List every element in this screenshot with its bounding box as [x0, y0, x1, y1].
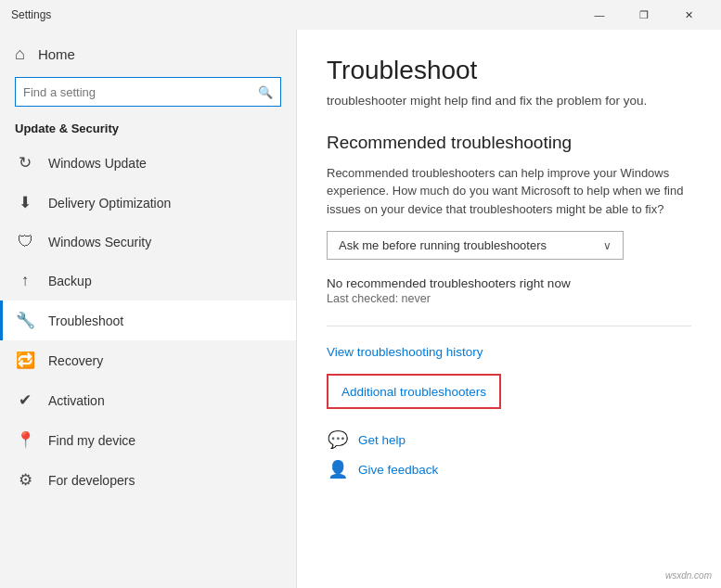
recommended-section-title: Recommended troubleshooting [327, 133, 691, 153]
dropdown-label: Ask me before running troubleshooters [339, 238, 547, 252]
watermark: wsxdn.com [665, 570, 712, 581]
sidebar-item-label: Find my device [48, 433, 135, 448]
give-feedback-icon: 👤 [327, 459, 349, 479]
windows-security-icon: 🛡 [15, 233, 35, 251]
troubleshooter-dropdown[interactable]: Ask me before running troubleshooters ∨ [327, 231, 624, 260]
sidebar-item-troubleshoot[interactable]: 🔧 Troubleshoot [0, 300, 296, 340]
last-checked-text: Last checked: never [327, 292, 691, 305]
recovery-icon: 🔁 [15, 351, 35, 370]
divider [327, 326, 691, 326]
sidebar-item-label: Troubleshoot [48, 313, 123, 328]
find-my-device-icon: 📍 [15, 430, 35, 450]
view-troubleshooting-history-link[interactable]: View troubleshooting history [327, 345, 483, 359]
minimize-button[interactable]: — [578, 0, 621, 30]
page-subtitle: troubleshooter might help find and fix t… [327, 93, 691, 110]
search-input[interactable] [23, 85, 258, 99]
additional-troubleshooters-box: Additional troubleshooters [327, 374, 501, 409]
content-area: Troubleshoot troubleshooter might help f… [297, 30, 721, 588]
maximize-button[interactable]: ❐ [623, 0, 665, 30]
additional-troubleshooters-link[interactable]: Additional troubleshooters [341, 385, 486, 399]
give-feedback-item: 👤 Give feedback [327, 459, 691, 479]
sidebar-item-label: Windows Security [48, 235, 151, 249]
sidebar-item-label: Activation [48, 393, 105, 408]
sidebar-item-label: Windows Update [48, 156, 147, 171]
title-bar-controls: — ❐ ✕ [578, 0, 710, 30]
sidebar-item-activation[interactable]: ✔ Activation [0, 380, 296, 420]
app-body: ⌂ Home 🔍 Update & Security ↻ Windows Upd… [0, 30, 721, 588]
sidebar-item-label: Delivery Optimization [48, 196, 171, 211]
close-button[interactable]: ✕ [667, 0, 710, 30]
sidebar-item-label: Recovery [48, 353, 103, 368]
sidebar-item-backup[interactable]: ↑ Backup [0, 262, 296, 300]
get-help-item: 💬 Get help [327, 429, 691, 450]
sidebar-item-windows-update[interactable]: ↻ Windows Update [0, 143, 296, 183]
sidebar-section-title: Update & Security [0, 118, 296, 143]
title-bar: Settings — ❐ ✕ [0, 0, 721, 30]
sidebar-item-label: For developers [48, 473, 135, 488]
recommended-section-desc: Recommended troubleshooters can help imp… [327, 164, 691, 219]
activation-icon: ✔ [15, 390, 35, 410]
sidebar-item-label: Backup [48, 274, 92, 288]
windows-update-icon: ↻ [15, 153, 35, 173]
sidebar-item-find-my-device[interactable]: 📍 Find my device [0, 420, 296, 460]
sidebar-home[interactable]: ⌂ Home [0, 30, 296, 73]
no-troubleshooters-text: No recommended troubleshooters right now [327, 276, 691, 290]
sidebar-home-label: Home [38, 46, 75, 62]
get-help-link[interactable]: Get help [358, 433, 406, 447]
get-help-icon: 💬 [327, 429, 349, 450]
sidebar-item-windows-security[interactable]: 🛡 Windows Security [0, 223, 296, 262]
for-developers-icon: ⚙ [15, 470, 35, 490]
troubleshoot-icon: 🔧 [15, 311, 35, 330]
backup-icon: ↑ [15, 272, 35, 290]
sidebar-item-delivery-optimization[interactable]: ⬇ Delivery Optimization [0, 183, 296, 223]
page-title: Troubleshoot [327, 56, 691, 85]
sidebar: ⌂ Home 🔍 Update & Security ↻ Windows Upd… [0, 30, 297, 588]
home-icon: ⌂ [15, 45, 25, 64]
search-icon: 🔍 [258, 85, 273, 99]
give-feedback-link[interactable]: Give feedback [358, 463, 438, 477]
delivery-optimization-icon: ⬇ [15, 193, 35, 212]
title-bar-title: Settings [11, 8, 51, 21]
sidebar-item-for-developers[interactable]: ⚙ For developers [0, 460, 296, 500]
chevron-down-icon: ∨ [603, 239, 612, 252]
search-box[interactable]: 🔍 [15, 77, 281, 107]
sidebar-item-recovery[interactable]: 🔁 Recovery [0, 340, 296, 380]
